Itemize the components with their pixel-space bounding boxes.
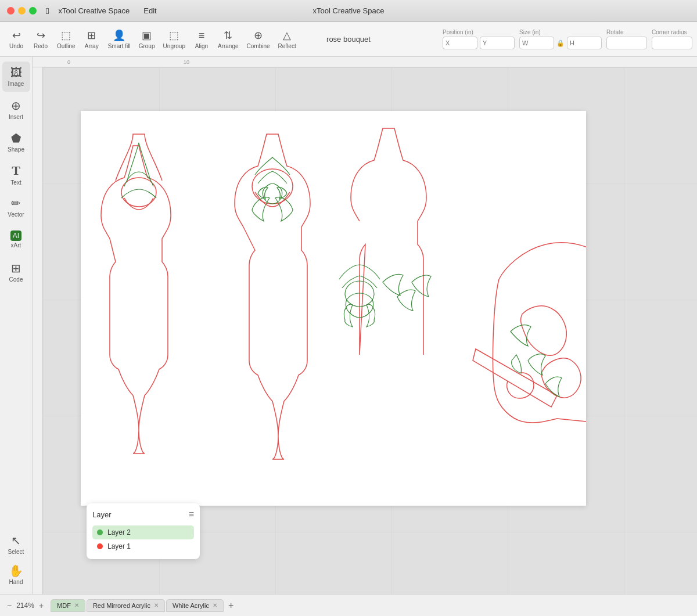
lock-icon: 🔒	[556, 39, 565, 47]
insert-label: Insert	[9, 114, 23, 120]
h-input[interactable]	[567, 37, 602, 49]
canvas-area[interactable]: 0 10	[33, 57, 697, 594]
corner-input[interactable]	[652, 37, 692, 49]
smart-fill-button[interactable]: 👤 Smart fill	[105, 27, 134, 52]
vector-icon: ✏	[11, 196, 21, 210]
group-icon: ▣	[142, 29, 152, 42]
shape-icon: ⬟	[11, 131, 21, 145]
combine-label: Combine	[247, 43, 270, 49]
sidebar-item-insert[interactable]: ⊕ Insert	[2, 94, 30, 124]
shape-label: Shape	[8, 146, 24, 153]
outline-button[interactable]: ⬚ Outline	[53, 27, 79, 52]
tab-red-mirrored[interactable]: Red Mirrored Acrylic ✕	[87, 599, 165, 612]
minimize-button[interactable]	[18, 7, 26, 15]
svg-point-1	[252, 169, 293, 204]
array-icon: ⊞	[87, 29, 96, 42]
canvas-content[interactable]: Layer ≡ Layer 2 Layer 1	[43, 67, 697, 594]
ruler-top: 0 10	[33, 57, 697, 67]
layer-2-dot	[97, 529, 103, 535]
align-label: Align	[195, 43, 208, 49]
toolbar: rose bouquet ↩ Undo ↪ Redo ⬚ Outline ⊞ A…	[0, 22, 697, 57]
group-button[interactable]: ▣ Group	[135, 27, 159, 52]
position-label: Position (in)	[443, 29, 515, 35]
code-label: Code	[9, 276, 23, 283]
layer-menu-icon[interactable]: ≡	[189, 509, 194, 520]
tab-bar: MDF ✕ Red Mirrored Acrylic ✕ White Acryl…	[51, 599, 237, 612]
y-input[interactable]	[480, 37, 515, 49]
w-input[interactable]	[519, 37, 554, 49]
maximize-button[interactable]	[29, 7, 37, 15]
outline-icon: ⬚	[61, 29, 71, 42]
undo-icon: ↩	[12, 29, 21, 42]
tab-mdf[interactable]: MDF ✕	[51, 599, 85, 612]
undo-button[interactable]: ↩ Undo	[5, 27, 28, 52]
sidebar-item-shape[interactable]: ⬟ Shape	[2, 127, 30, 157]
hand-label: Hand	[9, 579, 23, 585]
layer-panel-title: Layer	[92, 510, 112, 519]
zoom-out-button[interactable]: −	[5, 601, 14, 610]
tab-red-mirrored-close[interactable]: ✕	[154, 602, 159, 608]
sidebar-item-vector[interactable]: ✏ Vector	[2, 192, 30, 222]
xart-icon: AI	[10, 230, 21, 241]
sidebar-item-hand[interactable]: ✋ Hand	[2, 559, 30, 589]
sidebar-item-xart[interactable]: AI xArt	[2, 224, 30, 254]
insert-icon: ⊕	[11, 99, 21, 113]
traffic-lights	[7, 7, 37, 15]
x-input[interactable]	[443, 37, 477, 49]
title-bar:  xTool Creative Space Edit xTool Creati…	[0, 0, 697, 22]
redo-button[interactable]: ↪ Redo	[29, 27, 52, 52]
corner-group: Corner radius	[652, 29, 692, 49]
tab-mdf-label: MDF	[57, 602, 71, 609]
tab-mdf-close[interactable]: ✕	[74, 602, 79, 608]
redo-label: Redo	[34, 43, 48, 49]
sidebar-item-text[interactable]: T Text	[2, 159, 30, 189]
window-title: xTool Creative Space	[313, 6, 385, 15]
layer-item-2[interactable]: Layer 2	[92, 525, 194, 539]
tab-red-mirrored-label: Red Mirrored Acrylic	[93, 602, 150, 609]
rotate-group: Rotate	[606, 29, 647, 49]
array-button[interactable]: ⊞ Array	[80, 27, 103, 52]
layer-panel: Layer ≡ Layer 2 Layer 1	[87, 503, 200, 559]
combine-button[interactable]: ⊕ Combine	[243, 27, 274, 52]
smart-fill-icon: 👤	[113, 29, 125, 42]
image-label: Image	[8, 81, 24, 87]
tab-white-acrylic[interactable]: White Acrylic ✕	[166, 599, 224, 612]
ungroup-button[interactable]: ⬚ Ungroup	[160, 27, 189, 52]
align-button[interactable]: ≡ Align	[190, 27, 213, 52]
code-icon: ⊞	[11, 261, 21, 275]
sidebar-item-image[interactable]: 🖼 Image	[2, 62, 30, 92]
layer-item-1[interactable]: Layer 1	[92, 539, 194, 553]
bottom-bar: − 214% + MDF ✕ Red Mirrored Acrylic ✕ Wh…	[0, 594, 697, 616]
layer-2-label: Layer 2	[107, 528, 131, 536]
layer-1-dot	[97, 543, 103, 549]
size-group: Size (in) 🔒	[519, 29, 602, 49]
arrange-button[interactable]: ⇅ Arrange	[214, 27, 242, 52]
zoom-in-button[interactable]: +	[37, 601, 46, 610]
tab-white-acrylic-label: White Acrylic	[173, 602, 209, 609]
text-icon: T	[12, 163, 20, 178]
undo-label: Undo	[9, 43, 23, 49]
position-group: Position (in)	[443, 29, 515, 49]
sidebar-item-code[interactable]: ⊞ Code	[2, 257, 30, 287]
app-name: xTool Creative Space	[58, 6, 130, 15]
arrange-label: Arrange	[218, 43, 239, 49]
edit-menu[interactable]: Edit	[143, 6, 156, 15]
rotate-input[interactable]	[606, 37, 647, 49]
vector-label: Vector	[8, 211, 24, 218]
smart-fill-label: Smart fill	[108, 43, 131, 49]
array-label: Array	[85, 43, 99, 49]
left-sidebar: 🖼 Image ⊕ Insert ⬟ Shape T Text ✏ Vector…	[0, 57, 33, 594]
zoom-controls: − 214% +	[5, 601, 46, 610]
text-label: Text	[10, 179, 21, 186]
size-label: Size (in)	[519, 29, 602, 35]
apple-icon: 	[46, 6, 49, 16]
tab-white-acrylic-close[interactable]: ✕	[213, 602, 217, 608]
group-label: Group	[139, 43, 155, 49]
sidebar-item-select[interactable]: ↖ Select	[2, 529, 30, 559]
reflect-button[interactable]: △ Reflect	[275, 27, 300, 52]
image-icon: 🖼	[10, 66, 22, 80]
close-button[interactable]	[7, 7, 15, 15]
add-tab-button[interactable]: +	[225, 600, 237, 611]
corner-label: Corner radius	[652, 29, 692, 35]
rose-artwork	[81, 111, 586, 506]
